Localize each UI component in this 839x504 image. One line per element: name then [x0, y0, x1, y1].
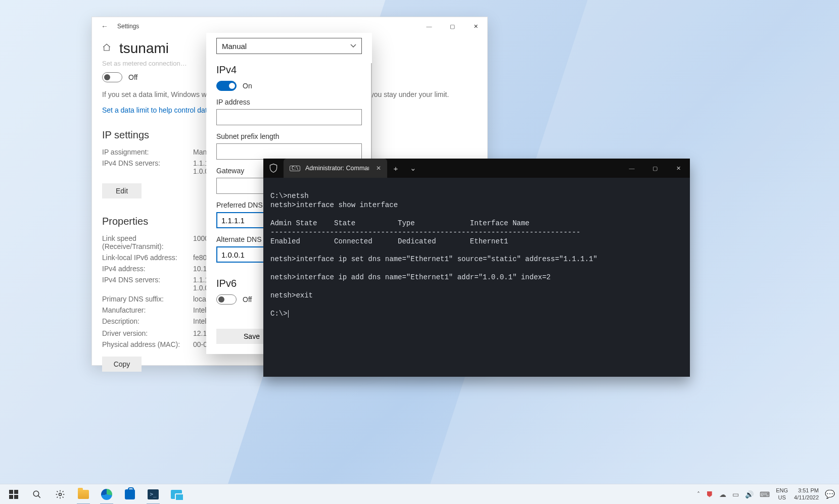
- dns-suffix-label: Primary DNS suffix:: [102, 295, 193, 303]
- back-arrow-icon[interactable]: ←: [101, 22, 108, 30]
- language-bot: US: [778, 494, 786, 501]
- svg-rect-3: [14, 495, 18, 499]
- new-tab-button[interactable]: +: [387, 164, 404, 173]
- terminal-window: C:\ Administrator: Command Prom ✕ + ⌄ — …: [263, 159, 690, 377]
- tab-close-icon[interactable]: ✕: [376, 165, 381, 172]
- taskbar: >_ ˄ ⛊ ☁ ▭ 🔊 ⌨ ENG US 3:51 PM 4/11/2022 …: [0, 484, 839, 504]
- description-label: Description:: [102, 317, 193, 325]
- edit-button[interactable]: Edit: [102, 183, 142, 198]
- link-speed-label: Link speed (Receive/Transmit):: [102, 234, 193, 250]
- ipv4-toggle-label: On: [243, 82, 252, 90]
- action-center-icon[interactable]: 💬: [825, 489, 835, 499]
- svg-rect-0: [9, 490, 13, 494]
- close-button[interactable]: ✕: [464, 17, 487, 35]
- page-title: tsunami: [119, 40, 169, 57]
- ip-assignment-label: IP assignment:: [102, 148, 193, 156]
- ipv4-addr-label: IPv4 address:: [102, 265, 193, 273]
- vm-button[interactable]: [165, 484, 188, 505]
- settings-window-title: Settings: [117, 23, 139, 30]
- subnet-input[interactable]: [216, 143, 362, 160]
- ip-address-label: IP address: [216, 98, 362, 106]
- svg-point-4: [33, 491, 39, 496]
- terminal-body[interactable]: C:\>netsh netsh>interface show interface…: [263, 178, 690, 333]
- file-explorer-button[interactable]: [72, 484, 95, 505]
- terminal-minimize-button[interactable]: —: [620, 159, 643, 177]
- shield-icon: [268, 163, 278, 173]
- windows-icon: [9, 490, 18, 499]
- terminal-close-button[interactable]: ✕: [667, 159, 690, 177]
- tray-keyboard-icon[interactable]: ⌨: [760, 490, 770, 498]
- store-icon: [125, 489, 135, 499]
- ip-mode-combo[interactable]: Manual: [216, 38, 362, 54]
- terminal-tab-title: Administrator: Command Prom: [305, 165, 369, 172]
- minimize-button[interactable]: —: [417, 17, 441, 35]
- ipv4-toggle[interactable]: [216, 81, 237, 91]
- language-top: ENG: [776, 487, 788, 494]
- ipv4-heading: IPv4: [216, 64, 362, 76]
- metered-connection-toggle[interactable]: [102, 72, 122, 82]
- ipv6-local-label: Link-local IPv6 address:: [102, 254, 193, 262]
- settings-taskbar-button[interactable]: [49, 484, 72, 505]
- tray-onedrive-icon[interactable]: ☁: [719, 490, 726, 498]
- ipv6-toggle-label: Off: [243, 295, 252, 304]
- svg-line-5: [38, 495, 40, 498]
- mac-label: Physical address (MAC):: [102, 340, 193, 348]
- ipv6-toggle[interactable]: [216, 294, 237, 305]
- svg-rect-1: [14, 490, 18, 494]
- terminal-icon: >_: [148, 489, 159, 499]
- clock-date: 4/11/2022: [794, 494, 819, 501]
- folder-icon: [78, 490, 89, 499]
- subnet-label: Subnet prefix length: [216, 132, 362, 140]
- tray-display-icon[interactable]: ▭: [732, 490, 739, 498]
- ip-address-input[interactable]: [216, 109, 362, 125]
- svg-point-6: [59, 493, 62, 495]
- terminal-tab[interactable]: C:\ Administrator: Command Prom ✕: [284, 159, 387, 178]
- clock-time: 3:51 PM: [798, 487, 819, 494]
- svg-rect-2: [9, 495, 13, 499]
- copy-button[interactable]: Copy: [102, 357, 142, 372]
- tab-dropdown-button[interactable]: ⌄: [404, 164, 422, 173]
- ipv4-dns-label2: IPv4 DNS servers:: [102, 276, 193, 292]
- terminal-taskbar-button[interactable]: >_: [142, 484, 165, 505]
- tray-overflow-icon[interactable]: ˄: [697, 491, 700, 498]
- metered-toggle-label: Off: [128, 73, 137, 81]
- home-icon[interactable]: [102, 43, 111, 54]
- clock[interactable]: 3:51 PM 4/11/2022: [794, 487, 819, 500]
- vm-icon: [171, 490, 182, 499]
- cmd-icon: C:\: [290, 166, 300, 171]
- gear-icon: [55, 489, 65, 499]
- manufacturer-label: Manufacturer:: [102, 306, 193, 314]
- maximize-button[interactable]: ▢: [441, 17, 464, 35]
- tray-volume-icon[interactable]: 🔊: [745, 490, 754, 498]
- search-button[interactable]: [25, 484, 49, 505]
- edge-icon: [101, 489, 112, 500]
- store-button[interactable]: [118, 484, 142, 505]
- language-indicator[interactable]: ENG US: [776, 487, 788, 500]
- ip-mode-value: Manual: [222, 42, 247, 51]
- search-icon: [32, 490, 41, 499]
- driver-version-label: Driver version:: [102, 329, 193, 337]
- chevron-down-icon: [350, 43, 356, 49]
- edge-button[interactable]: [95, 484, 118, 505]
- terminal-titlebar: C:\ Administrator: Command Prom ✕ + ⌄ — …: [263, 159, 690, 178]
- terminal-maximize-button[interactable]: ▢: [643, 159, 667, 177]
- start-button[interactable]: [2, 484, 25, 505]
- ipv4-dns-label: IPv4 DNS servers:: [102, 159, 193, 175]
- tray-security-icon[interactable]: ⛊: [706, 490, 713, 498]
